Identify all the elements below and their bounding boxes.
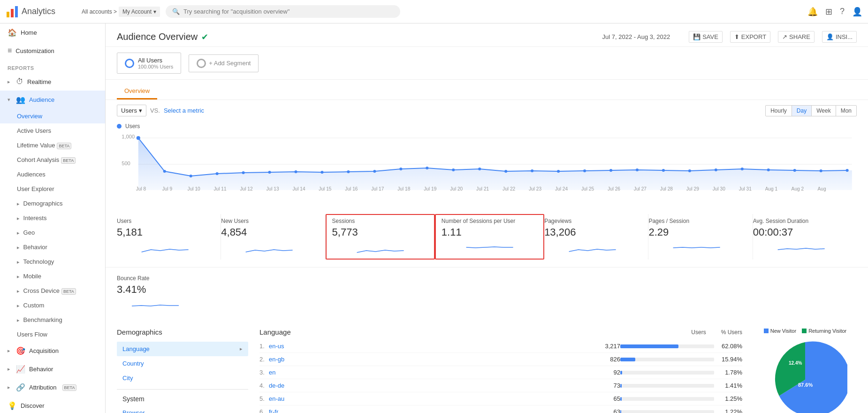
svg-point-17 [373,170,376,173]
lang-users-en-au: 65 [583,395,620,402]
demo-item-browser[interactable]: Browser [117,405,248,413]
language-panel: Language Users % Users 1. en-us 3,217 [259,328,742,413]
header-actions: Jul 7, 2022 - Aug 3, 2022 💾 SAVE ⬆ EXPOR… [602,31,857,43]
lang-bar-en-au [620,397,622,401]
metric-card-bounce-rate: Bounce Rate 3.41% [117,271,201,317]
account-icon[interactable]: 👤 [852,7,862,17]
metric-name-new-users: New Users [221,218,317,224]
share-icon: ↗ [782,33,787,40]
add-segment-button[interactable]: + Add Segment [189,54,259,72]
benchmarking-chevron: ▸ [17,317,20,323]
demo-item-country[interactable]: Country [117,356,248,371]
sidebar-sub-item-cohort-analysis[interactable]: Cohort AnalysisBETA [0,153,105,167]
sidebar-sub-item-overview[interactable]: Overview [0,109,105,123]
bottom-section: Demographics Language ▸ Country City Sys… [106,321,868,413]
svg-text:Jul 24: Jul 24 [555,186,568,191]
notifications-icon[interactable]: 🔔 [807,7,818,17]
save-button[interactable]: 💾 SAVE [689,31,723,43]
home-icon: 🏠 [8,28,17,37]
geo-chevron: ▸ [17,230,20,236]
sidebar-sub-item-active-users[interactable]: Active Users [0,123,105,138]
sidebar-sub-item-geo[interactable]: ▸ Geo [0,225,105,240]
demographics-title: Demographics [117,328,248,336]
search-bar[interactable]: 🔍 [166,5,400,18]
tab-overview[interactable]: Overview [117,84,157,99]
lifetime-value-badge: BETA [57,143,71,149]
sidebar-item-discover[interactable]: 💡 Discover [0,397,105,413]
sidebar-sub-item-lifetime-value[interactable]: Lifetime ValueBETA [0,138,105,153]
search-input[interactable] [183,8,394,15]
lang-bar-fr-fr [620,410,621,413]
sidebar-sub-item-user-explorer[interactable]: User Explorer [0,182,105,196]
line-chart: 1,000 500 [117,131,857,192]
metric-name-sessions-per-user: Number of Sessions per User [442,218,538,224]
demo-item-language[interactable]: Language ▸ [117,342,248,356]
time-btn-day[interactable]: Day [792,106,812,116]
svg-point-30 [715,168,717,171]
share-button[interactable]: ↗ SHARE [778,31,815,43]
lang-name-en[interactable]: en [269,369,583,376]
svg-text:Jul 19: Jul 19 [424,186,437,191]
account-name: My Account [122,8,152,15]
sidebar-item-audience[interactable]: ▾ 👥 Audience [0,91,105,109]
insights-button[interactable]: 👤 INSI... [822,31,857,43]
lang-name-en-au[interactable]: en-au [269,395,583,402]
sidebar-item-behavior-top[interactable]: ▸ 📈 Behavior [0,360,105,378]
metric-name-avg-session-duration: Avg. Session Duration [753,218,849,224]
segments-bar: All Users 100.00% Users + Add Segment [106,47,868,80]
demo-item-city[interactable]: City [117,371,248,385]
account-selector[interactable]: All accounts > My Account ▾ [82,7,160,17]
lang-name-fr-fr[interactable]: fr-fr [269,408,583,413]
sparkline-sessions [332,240,428,254]
insights-label: INSI... [836,33,853,40]
svg-point-9 [163,170,166,173]
sidebar-sub-item-interests[interactable]: ▸ Interests [0,211,105,225]
lang-bar-cell-fr-fr [620,410,714,413]
sidebar: 🏠 Home ≡ Customization REPORTS ▸ ⏱ Realt… [0,23,106,413]
sidebar-sub-item-demographics[interactable]: ▸ Demographics [0,196,105,211]
sidebar-sub-item-benchmarking[interactable]: ▸ Benchmarking [0,313,105,327]
lang-bar-cell-en-us [620,344,714,348]
sidebar-item-home[interactable]: 🏠 Home [0,23,105,42]
svg-text:Jul 12: Jul 12 [240,186,253,191]
metric-card-sessions: Sessions 5,773 [326,214,435,260]
sidebar-sub-item-cross-device[interactable]: ▸ Cross DeviceBETA [0,283,105,298]
sidebar-sub-item-audiences[interactable]: Audiences [0,167,105,182]
lang-name-de-de[interactable]: de-de [269,382,583,389]
sidebar-sub-item-technology[interactable]: ▸ Technology [0,254,105,269]
account-dropdown[interactable]: My Account ▾ [119,7,160,17]
sidebar-item-realtime[interactable]: ▸ ⏱ Realtime [0,73,105,91]
help-icon[interactable]: ? [840,7,845,16]
select-secondary-metric[interactable]: Select a metric [164,107,204,114]
svg-text:Jul 25: Jul 25 [581,186,594,191]
time-btn-hourly[interactable]: Hourly [766,106,792,116]
lang-name-en-us[interactable]: en-us [269,343,583,350]
technology-chevron: ▸ [17,259,20,265]
svg-point-34 [820,169,822,172]
sidebar-item-attribution[interactable]: ▸ 🔗 AttributionBETA [0,378,105,397]
verified-icon: ✔ [201,32,208,42]
lang-bar-wrap-en-au [620,397,714,401]
lang-num-3: 3. [259,369,269,376]
apps-icon[interactable]: ⊞ [825,7,832,17]
time-buttons: Hourly Day Week Mon [765,105,857,116]
sidebar-sub-item-users-flow[interactable]: Users Flow [0,327,105,342]
svg-point-20 [452,168,455,171]
time-btn-month[interactable]: Mon [836,106,856,116]
sidebar-sub-item-mobile[interactable]: ▸ Mobile [0,269,105,283]
sidebar-item-customization[interactable]: ≡ Customization [0,42,105,60]
lang-name-en-gb[interactable]: en-gb [269,356,583,363]
search-icon: 🔍 [172,8,180,15]
lang-row-2: 2. en-gb 826 15.94% [259,353,742,366]
primary-metric-select[interactable]: Users ▾ [117,105,146,116]
home-label: Home [21,29,37,36]
metric-name-pageviews: Pageviews [544,218,640,224]
export-button[interactable]: ⬆ EXPORT [730,31,770,43]
segment-all-users[interactable]: All Users 100.00% Users [117,53,181,74]
sidebar-sub-item-custom[interactable]: ▸ Custom [0,298,105,313]
bounce-rate-section: Bounce Rate 3.41% [106,268,868,321]
svg-point-31 [741,168,744,170]
time-btn-week[interactable]: Week [812,106,836,116]
sidebar-item-acquisition[interactable]: ▸ 🎯 Acquisition [0,342,105,360]
sidebar-sub-item-behavior[interactable]: ▸ Behavior [0,240,105,254]
